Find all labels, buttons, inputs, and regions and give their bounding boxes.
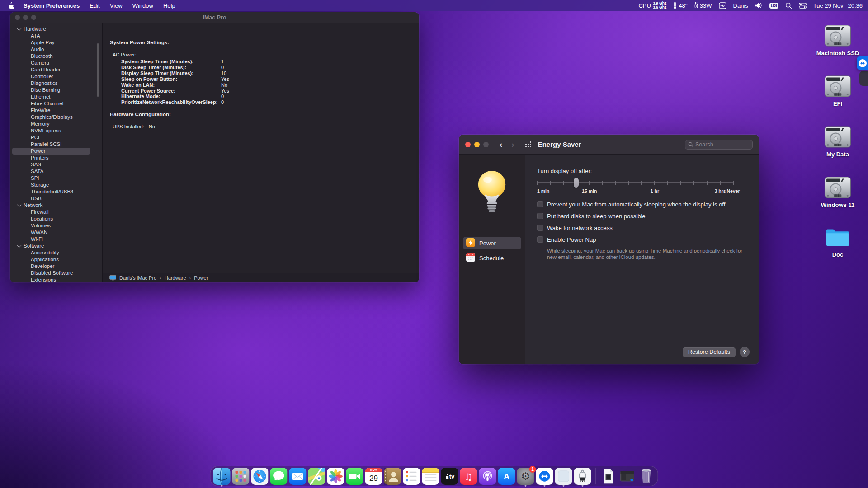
desktop-icon-doc[interactable]: Doc: [811, 227, 865, 258]
system-information-titlebar[interactable]: iMac Pro: [10, 12, 419, 23]
sidebar-item-wi-fi[interactable]: Wi-Fi: [12, 236, 90, 243]
sidebar-group-network[interactable]: Network: [12, 202, 90, 209]
sidebar-item-graphics-displays[interactable]: Graphics/Displays: [12, 114, 90, 121]
teamviewer-edge-panel[interactable]: [857, 56, 868, 70]
dock-item-finder[interactable]: [213, 468, 231, 485]
control-center-icon[interactable]: [799, 3, 807, 9]
search-field[interactable]: [685, 140, 753, 150]
sidebar-item-firewall[interactable]: Firewall: [12, 209, 90, 216]
dock-item-calendar[interactable]: NOV29: [365, 468, 382, 485]
sidebar-item-parallel-scsi[interactable]: Parallel SCSI: [12, 141, 90, 148]
sidebar-item-power[interactable]: Power: [463, 237, 521, 249]
sidebar-item-memory[interactable]: Memory: [12, 121, 90, 127]
dock-item-tv[interactable]: tv: [441, 468, 458, 485]
dock-item-maps[interactable]: [308, 468, 326, 485]
sidebar-item-sas[interactable]: SAS: [12, 161, 90, 168]
checkbox-unchecked[interactable]: [537, 236, 543, 243]
dock-item-contacts[interactable]: [384, 468, 401, 485]
sidebar-item-ethernet[interactable]: Ethernet: [12, 94, 90, 100]
search-icon[interactable]: [785, 2, 792, 9]
display-off-slider[interactable]: [537, 178, 733, 188]
dock-item-app-store[interactable]: A: [498, 468, 515, 485]
sidebar-item-sata[interactable]: SATA: [12, 168, 90, 175]
teamviewer-edge-tab[interactable]: [859, 71, 868, 86]
menu-window[interactable]: Window: [132, 2, 153, 9]
sidebar-scrollbar[interactable]: [97, 43, 99, 97]
dock-item-reminders[interactable]: [403, 468, 420, 485]
clock-item[interactable]: Tue 29 Nov 20.36: [813, 2, 863, 9]
dock-item-mail[interactable]: [289, 468, 307, 485]
close-button[interactable]: [465, 142, 471, 147]
keyboard-layout-badge[interactable]: US: [769, 3, 778, 9]
dock-item-photos[interactable]: [327, 468, 344, 485]
checkbox-unchecked[interactable]: [537, 201, 543, 207]
breadcrumb-item-danis-s-imac-pro[interactable]: Danis's iMac Pro: [119, 275, 156, 281]
dock-item-app[interactable]: [555, 468, 572, 485]
sidebar-item-locations[interactable]: Locations: [12, 216, 90, 222]
sidebar-item-nvmexpress[interactable]: NVMExpress: [12, 127, 90, 134]
menu-help[interactable]: Help: [163, 2, 175, 9]
dock-item-music[interactable]: ♫: [460, 468, 477, 485]
forward-button[interactable]: ›: [511, 140, 514, 149]
sidebar-item-bluetooth[interactable]: Bluetooth: [12, 53, 90, 60]
sidebar-item-power[interactable]: Power: [12, 148, 90, 155]
sidebar-item-disc-burning[interactable]: Disc Burning: [12, 87, 90, 94]
sidebar-item-storage[interactable]: Storage: [12, 182, 90, 188]
sidebar-item-audio[interactable]: Audio: [12, 46, 90, 53]
desktop-icon-my-data[interactable]: My Data: [811, 126, 865, 158]
dock-item-facetime[interactable]: [346, 468, 363, 485]
dock-item-system-preferences[interactable]: ⚙1: [517, 468, 534, 485]
energy-saver-titlebar[interactable]: ‹ › Energy Saver: [459, 135, 759, 155]
dock-item-notes[interactable]: [422, 468, 439, 485]
dock-item-launchpad[interactable]: [232, 468, 250, 485]
sidebar-item-apple-pay[interactable]: Apple Pay: [12, 39, 90, 46]
sidebar-item-card-reader[interactable]: Card Reader: [12, 66, 90, 73]
minimize-button[interactable]: [23, 15, 28, 20]
desktop-icon-macintosh-ssd[interactable]: Macintosh SSD: [811, 25, 865, 56]
dock-item-safari[interactable]: [251, 468, 269, 485]
dock-item-teamviewer[interactable]: [536, 468, 553, 485]
close-button[interactable]: [15, 15, 20, 20]
sidebar-item-wwan[interactable]: WWAN: [12, 229, 90, 236]
temperature-status-item[interactable]: 48°: [673, 2, 688, 9]
user-menu-item[interactable]: Danis: [733, 2, 748, 9]
power-draw-status-item[interactable]: 33W: [694, 2, 712, 9]
dock-item-podcasts[interactable]: [479, 468, 496, 485]
desktop-icon-efi[interactable]: EFI: [811, 75, 865, 107]
sidebar-item-printers[interactable]: Printers: [12, 155, 90, 161]
dock-item-minimized-window[interactable]: [619, 468, 636, 485]
sidebar-item-volumes[interactable]: Volumes: [12, 222, 90, 229]
cpu-status-item[interactable]: CPU 3.9 Ghz 3.6 Ghz: [638, 1, 666, 9]
sidebar-item-usb[interactable]: USB: [12, 195, 90, 202]
menu-edit[interactable]: Edit: [90, 2, 99, 9]
breadcrumb-item-power[interactable]: Power: [194, 275, 208, 281]
sidebar-item-developer[interactable]: Developer: [12, 263, 90, 270]
sidebar-item-extensions[interactable]: Extensions: [12, 277, 90, 282]
sidebar-item-spi[interactable]: SPI: [12, 175, 90, 182]
help-button[interactable]: ?: [740, 347, 750, 357]
activity-monitor-icon[interactable]: [719, 2, 726, 9]
sidebar-group-software[interactable]: Software: [12, 243, 90, 249]
display-off-slider-thumb[interactable]: [574, 178, 579, 188]
sidebar-item-ata[interactable]: ATA: [12, 33, 90, 39]
back-button[interactable]: ‹: [500, 140, 502, 149]
dock-item-trash[interactable]: [638, 468, 655, 485]
sidebar-item-firewire[interactable]: FireWire: [12, 107, 90, 114]
volume-icon[interactable]: [755, 2, 763, 9]
sidebar-item-pci[interactable]: PCI: [12, 134, 90, 141]
sidebar-item-diagnostics[interactable]: Diagnostics: [12, 80, 90, 87]
minimize-button[interactable]: [474, 142, 480, 147]
sidebar-item-controller[interactable]: Controller: [12, 73, 90, 80]
desktop-icon-windows-11[interactable]: Windows 11: [811, 177, 865, 208]
search-input[interactable]: [695, 141, 745, 148]
active-app-menu[interactable]: System Preferences: [24, 2, 80, 9]
sidebar-item-camera[interactable]: Camera: [12, 60, 90, 66]
checkbox-unchecked[interactable]: [537, 213, 543, 219]
zoom-button[interactable]: [31, 15, 36, 20]
show-all-preferences-icon[interactable]: [524, 141, 532, 148]
sidebar-group-hardware[interactable]: Hardware: [12, 26, 90, 33]
sidebar-item-accessibility[interactable]: Accessibility: [12, 249, 90, 256]
menu-view[interactable]: View: [110, 2, 123, 9]
slider-track[interactable]: [537, 182, 733, 183]
dock-item-hackintool[interactable]: [574, 468, 591, 485]
